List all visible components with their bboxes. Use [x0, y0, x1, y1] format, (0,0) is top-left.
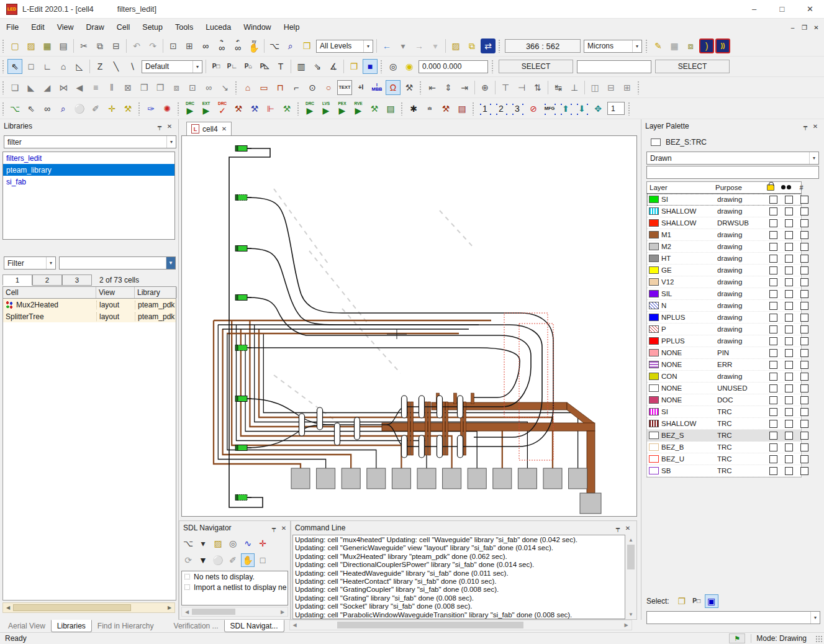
count-checkbox[interactable] [800, 325, 808, 333]
box-tool-icon[interactable]: □ [24, 59, 38, 74]
layer-swatch[interactable] [649, 361, 659, 368]
edit-vertices-icon[interactable]: ⌂ [240, 80, 255, 95]
pin-icon[interactable]: ┯ [269, 525, 279, 532]
select-active-icon[interactable]: ▣ [705, 594, 718, 608]
mdi-close-button[interactable]: ✕ [811, 22, 822, 32]
rotate-ccw-icon[interactable]: ◣ [24, 80, 38, 95]
instance-mbb-icon[interactable]: IMBB [369, 80, 384, 95]
cell-table-header-view[interactable]: View [96, 287, 135, 298]
resize-grip[interactable] [815, 635, 823, 643]
toolbar-grip[interactable] [498, 39, 501, 53]
resize-icon[interactable]: ↘ [217, 80, 232, 95]
panel-layout1-icon[interactable]: ◫ [587, 80, 602, 95]
layer-swatch[interactable] [649, 408, 659, 415]
copy-view-icon[interactable]: ⧉ [464, 39, 479, 53]
hide-checkbox[interactable] [769, 219, 777, 227]
hide-checkbox[interactable] [769, 455, 777, 463]
layer-row-none-pin[interactable]: NONEPIN [647, 347, 801, 359]
edit-pencil-icon[interactable]: ✎ [651, 39, 666, 53]
stats-chart-icon[interactable]: ılı [422, 101, 437, 116]
hide-checkbox[interactable] [769, 408, 777, 416]
rotate-angle-icon[interactable]: ◢ [40, 80, 55, 95]
merge-icon[interactable]: ⧈ [169, 80, 184, 95]
menu-view[interactable]: View [51, 20, 80, 35]
hide-checkbox[interactable] [769, 373, 777, 381]
sdl-cross-icon[interactable]: ✛ [104, 101, 119, 116]
hide-checkbox[interactable] [769, 467, 777, 475]
count-checkbox[interactable] [800, 467, 808, 475]
pick-base-point-icon[interactable]: ◉ [402, 59, 417, 74]
toolbar-grip[interactable] [628, 102, 631, 116]
count-checkbox[interactable] [800, 231, 808, 239]
layer-swatch[interactable] [649, 314, 659, 321]
scroll-left-icon[interactable]: ◀ [182, 607, 192, 616]
menu-tools[interactable]: Tools [169, 20, 199, 35]
hide-checkbox[interactable] [769, 290, 777, 298]
redo-icon[interactable]: ↷ [145, 39, 160, 53]
toolbar-grip[interactable] [380, 60, 383, 73]
count-checkbox[interactable] [800, 396, 808, 404]
scroll-up-icon[interactable]: ▲ [626, 535, 636, 545]
scroll-right-icon[interactable]: ▶ [165, 603, 174, 612]
layer-row-si-drawing[interactable]: SIdrawing [647, 194, 801, 206]
layer-swatch[interactable] [649, 443, 659, 451]
sdl-setup-wrench-icon[interactable]: ⚒ [120, 101, 135, 116]
layout-canvas[interactable] [182, 136, 636, 516]
layer-row-si-trc[interactable]: SITRC [647, 406, 801, 418]
chevron-down-icon[interactable]: ▼ [166, 257, 175, 269]
sdl-hand-icon[interactable]: ✋ [241, 553, 255, 567]
lock-checkbox[interactable] [785, 384, 793, 392]
edit-box-vertices-icon[interactable]: ▭ [256, 80, 271, 95]
scroll-left-icon[interactable]: ◀ [290, 620, 300, 630]
hide-checkbox[interactable] [769, 231, 777, 239]
cell-table-header-cell[interactable]: Cell [3, 287, 96, 298]
active-layer-swatch[interactable]: ■ [363, 59, 378, 74]
drc-check-icon[interactable]: DRC✓ [215, 101, 230, 116]
wire-any-tool-icon[interactable]: ∖ [125, 59, 140, 74]
hide-checkbox[interactable] [769, 207, 777, 215]
new-file-icon[interactable]: ▢ [7, 39, 22, 53]
toolbar-grip[interactable] [491, 60, 494, 73]
count-checkbox[interactable] [800, 373, 808, 381]
hierarchy-browser-icon[interactable]: ⌥ [267, 39, 282, 53]
tab-close-icon[interactable]: ✕ [222, 125, 227, 132]
library-page-tab-1[interactable]: 1 [2, 274, 32, 286]
zoom-to-selection-icon[interactable]: ⊡ [166, 39, 181, 53]
fit-width-icon[interactable]: ↹ [551, 80, 566, 95]
add-instance-icon[interactable]: +I [353, 80, 368, 95]
sdl-net-tree-icon[interactable]: ⌥ [7, 101, 22, 116]
lock-checkbox[interactable] [785, 266, 793, 274]
tool-options-wrench-icon[interactable]: ⚒ [402, 80, 417, 95]
menu-cell[interactable]: Cell [111, 20, 137, 35]
maximize-button[interactable]: □ [768, 0, 796, 18]
lock-checkbox[interactable] [785, 396, 793, 404]
layer-row-sil-drawing[interactable]: SILdrawing [647, 288, 801, 300]
toolbar-grip[interactable] [297, 102, 300, 116]
count-checkbox[interactable] [800, 255, 808, 263]
no-mfg-icon[interactable]: ⊘ [526, 101, 541, 116]
command-line-hscrollbar[interactable]: ◀ ▶ [289, 620, 632, 630]
count-checkbox[interactable] [800, 196, 808, 204]
layer-row-nplus-drawing[interactable]: NPLUSdrawing [647, 312, 801, 324]
layer-swatch[interactable] [649, 290, 659, 297]
chevron-down-icon[interactable]: ▾ [192, 61, 202, 73]
count-checkbox[interactable] [800, 337, 808, 345]
layer-row-shallow-drwsub[interactable]: SHALLOWDRWSUB [647, 217, 801, 229]
scroll-down-icon[interactable]: ▼ [626, 609, 636, 619]
toolbar-grip[interactable] [2, 81, 5, 94]
polygon45-tool-icon[interactable]: ⌂ [56, 59, 71, 74]
layer-swatch[interactable] [649, 231, 659, 238]
library-page-tab-2[interactable]: 2 [32, 274, 62, 286]
circle-tool-icon[interactable]: ⊙ [305, 80, 320, 95]
count-checkbox[interactable] [800, 219, 808, 227]
hide-checkbox[interactable] [769, 361, 777, 369]
layer-row-bez_b-trc[interactable]: BEZ_BTRC [647, 442, 801, 453]
delete-box-icon[interactable]: ⊠ [120, 80, 135, 95]
minimize-button[interactable]: – [740, 0, 768, 18]
error-markers-icon[interactable]: ⊩ [263, 101, 278, 116]
lock-checkbox[interactable] [785, 290, 793, 298]
close-button[interactable]: ✕ [796, 0, 824, 18]
select2-button[interactable]: SELECT [655, 60, 730, 73]
libraries-hscrollbar[interactable]: ◀ ▶ [2, 602, 175, 613]
count-checkbox[interactable] [800, 420, 808, 428]
